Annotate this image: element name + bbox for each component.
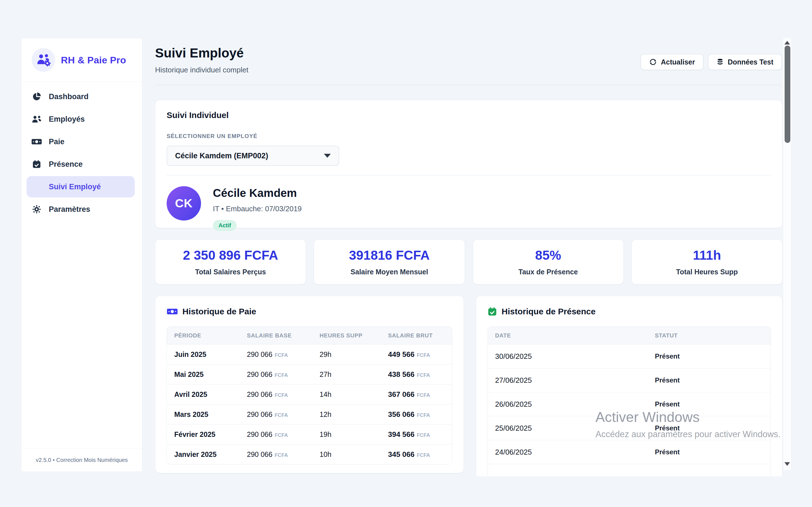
stats-row: 2 350 896 FCFA Total Salaires Perçus 391… xyxy=(155,239,782,284)
refresh-icon xyxy=(649,58,657,66)
date-cell: 30/06/2025 xyxy=(488,352,648,361)
card-divider xyxy=(167,175,771,175)
sidebar-item-label: Paramètres xyxy=(49,205,90,214)
employee-profile: CK Cécile Kamdem IT • Embauche: 07/03/20… xyxy=(167,186,771,231)
base-salary-cell: 290 066 xyxy=(247,410,272,418)
base-salary-cell: 290 066 xyxy=(247,390,272,398)
overtime-cell: 10h xyxy=(312,450,381,459)
refresh-button-label: Actualiser xyxy=(661,58,695,66)
currency-unit: FCFA xyxy=(274,352,288,358)
date-cell: 24/06/2025 xyxy=(488,448,648,457)
status-cell: Présent xyxy=(648,400,770,408)
app-root: RH & Paie Pro Dashboard xyxy=(0,0,812,507)
status-cell: Présent xyxy=(648,376,770,384)
gross-salary-cell: 394 566 xyxy=(388,430,414,439)
table-row: 27/06/2025 Présent xyxy=(488,368,770,392)
date-cell: 27/06/2025 xyxy=(488,376,648,385)
sidebar-item-presence[interactable]: Présence xyxy=(21,153,142,175)
base-salary-cell: 290 066 xyxy=(247,450,272,458)
pie-chart-icon xyxy=(31,92,42,101)
scroll-up-arrow-icon[interactable] xyxy=(784,41,790,45)
pay-history-card: Historique de Paie Période Salaire Base … xyxy=(155,296,464,473)
main-content: Suivi Employé Historique individuel comp… xyxy=(143,38,783,476)
table-row: Avril 2025 290 066FCFA 14h 367 066FCFA xyxy=(167,384,452,404)
presence-history-title: Historique de Présence xyxy=(502,307,596,316)
scrollbar-thumb[interactable] xyxy=(784,46,790,143)
refresh-button[interactable]: Actualiser xyxy=(641,54,703,70)
pay-history-title: Historique de Paie xyxy=(183,307,256,316)
currency-unit: FCFA xyxy=(274,392,288,398)
table-row: 25/06/2025 Présent xyxy=(488,416,770,440)
page-subtitle: Historique individuel complet xyxy=(155,66,248,74)
overtime-cell: 27h xyxy=(312,371,381,379)
sidebar-item-label: Paie xyxy=(49,137,64,146)
sidebar-item-suivi-employe[interactable]: Suivi Employé xyxy=(27,176,135,198)
sidebar-item-label: Employés xyxy=(49,115,85,124)
version-text: v2.5.0 • Correction Mois Numériques xyxy=(36,457,128,463)
brand-people-gear-icon xyxy=(32,48,55,72)
overtime-cell: 12h xyxy=(312,410,381,418)
stat-label: Total Salaires Perçus xyxy=(195,269,266,276)
currency-unit: FCFA xyxy=(274,412,288,418)
stat-total-salaries: 2 350 896 FCFA Total Salaires Perçus xyxy=(155,239,306,284)
sidebar-item-parametres[interactable]: Paramètres xyxy=(21,198,142,221)
test-data-button[interactable]: Données Test xyxy=(708,54,782,70)
sidebar-item-paie[interactable]: Paie xyxy=(21,130,142,153)
status-badge: Actif xyxy=(213,220,237,231)
stat-value: 85% xyxy=(535,249,561,262)
sidebar-item-employes[interactable]: Employés xyxy=(21,108,142,130)
stat-value: 391816 FCFA xyxy=(349,249,430,262)
scroll-down-arrow-icon[interactable] xyxy=(784,462,790,466)
database-icon xyxy=(716,58,724,66)
table-row: Janvier 2025 290 066FCFA 10h 345 066FCFA xyxy=(167,444,452,464)
table-row: 26/06/2025 Présent xyxy=(488,392,770,416)
header-actions: Actualiser Données Test xyxy=(641,54,782,70)
stat-overtime-hours: 111h Total Heures Supp xyxy=(631,239,782,284)
overtime-cell: 19h xyxy=(312,431,381,439)
table-header: Date Statut xyxy=(488,327,770,344)
calendar-check-icon xyxy=(31,159,42,169)
table-row: 30/06/2025 Présent xyxy=(488,344,770,368)
status-cell: Présent xyxy=(648,352,770,360)
date-cell: 26/06/2025 xyxy=(488,400,648,409)
card-title: Suivi Individuel xyxy=(167,110,771,120)
brand-name: RH & Paie Pro xyxy=(61,55,126,66)
gross-salary-cell: 367 066 xyxy=(388,390,414,399)
avatar: CK xyxy=(167,186,201,221)
column-header: Statut xyxy=(648,332,770,339)
employee-select-value: Cécile Kamdem (EMP002) xyxy=(175,152,324,160)
table-header: Période Salaire Base Heures Supp Salaire… xyxy=(167,327,452,344)
currency-unit: FCFA xyxy=(417,352,430,358)
vertical-scrollbar[interactable] xyxy=(783,38,792,470)
chevron-down-icon xyxy=(324,154,331,158)
employee-name: Cécile Kamdem xyxy=(213,187,302,200)
calendar-check-green-icon xyxy=(488,307,497,316)
table-row: Juin 2025 290 066FCFA 29h 449 566FCFA xyxy=(167,344,452,364)
column-header: Heures Supp xyxy=(312,332,381,339)
stat-presence-rate: 85% Taux de Présence xyxy=(473,239,624,284)
employee-select[interactable]: Cécile Kamdem (EMP002) xyxy=(167,146,339,166)
period-cell: Juin 2025 xyxy=(167,350,240,358)
overtime-cell: 29h xyxy=(312,350,381,358)
currency-unit: FCFA xyxy=(274,432,288,438)
base-salary-cell: 290 066 xyxy=(247,431,272,438)
stat-value: 111h xyxy=(693,249,721,262)
pay-history-table: Période Salaire Base Heures Supp Salaire… xyxy=(167,327,452,464)
sidebar-item-dashboard[interactable]: Dashboard xyxy=(21,86,142,108)
page-title: Suivi Employé xyxy=(155,45,244,61)
stat-label: Salaire Moyen Mensuel xyxy=(350,269,428,276)
table-row: Mai 2025 290 066FCFA 27h 438 566FCFA xyxy=(167,364,452,384)
sidebar: RH & Paie Pro Dashboard xyxy=(21,38,142,472)
currency-unit: FCFA xyxy=(417,372,430,378)
employee-select-label: SÉLECTIONNER UN EMPLOYÉ xyxy=(167,133,771,139)
gross-salary-cell: 345 066 xyxy=(388,450,414,459)
currency-unit: FCFA xyxy=(274,372,288,378)
column-header: Période xyxy=(167,332,240,339)
currency-unit: FCFA xyxy=(417,412,430,418)
column-header: Salaire Base xyxy=(240,332,312,339)
stat-label: Total Heures Supp xyxy=(676,269,738,276)
period-cell: Mars 2025 xyxy=(167,410,240,418)
brand-header: RH & Paie Pro xyxy=(21,38,142,82)
currency-unit: FCFA xyxy=(417,432,430,438)
banknote-icon xyxy=(31,137,42,147)
